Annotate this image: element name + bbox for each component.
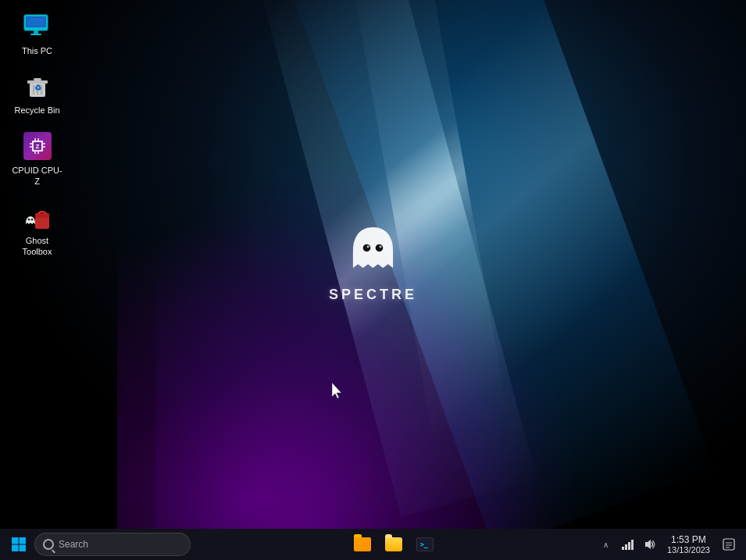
svg-rect-39 [628, 542, 630, 550]
volume-tray-icon [644, 539, 656, 550]
taskbar-terminal[interactable]: >_ [411, 530, 439, 558]
svg-point-29 [367, 245, 369, 248]
ghost-toolbox-icon [22, 201, 53, 232]
svg-rect-14 [30, 143, 32, 144]
network-icon[interactable] [619, 535, 637, 554]
mouse-cursor [332, 383, 341, 398]
clock-time: 1:53 PM [671, 534, 706, 545]
svg-rect-38 [625, 544, 627, 550]
desktop-icon-recycle-bin[interactable]: ♻ Recycle Bin [8, 67, 66, 119]
chevron-up-icon: ∧ [603, 540, 609, 549]
terminal-icon: >_ [416, 537, 434, 551]
svg-rect-23 [35, 216, 49, 229]
svg-rect-21 [37, 152, 39, 154]
file-explorer-icon [354, 537, 371, 551]
cpuz-icon: Z [22, 130, 53, 162]
windows-logo-icon [11, 537, 27, 552]
this-pc-icon [22, 11, 53, 42]
notification-center-button[interactable] [718, 533, 740, 555]
svg-marker-41 [645, 540, 651, 549]
svg-point-28 [376, 244, 384, 251]
this-pc-label: This PC [22, 45, 52, 56]
svg-rect-32 [20, 537, 27, 544]
desktop-icon-cpuz[interactable]: Z CPUID CPU-Z [8, 127, 66, 191]
taskbar-file-explorer[interactable] [348, 530, 377, 558]
svg-rect-18 [34, 138, 36, 141]
svg-text:>_: >_ [420, 541, 428, 548]
search-icon [43, 539, 54, 550]
folder-icon [385, 537, 402, 551]
volume-icon[interactable] [641, 535, 659, 554]
svg-rect-42 [723, 539, 734, 550]
cpuz-label: CPUID CPU-Z [11, 165, 63, 187]
taskbar: Search >_ ∧ [0, 529, 746, 560]
svg-rect-2 [34, 30, 38, 34]
svg-point-27 [363, 244, 371, 251]
tray-overflow-button[interactable]: ∧ [597, 535, 616, 554]
svg-point-25 [27, 219, 30, 221]
svg-rect-37 [622, 547, 624, 550]
svg-point-30 [380, 245, 382, 248]
clock-date: 13/13/2023 [667, 545, 710, 555]
svg-text:♻: ♻ [34, 84, 41, 92]
taskbar-folder[interactable] [380, 530, 408, 558]
svg-rect-17 [43, 146, 45, 148]
svg-rect-3 [30, 34, 41, 35]
svg-rect-7 [34, 78, 41, 80]
svg-rect-24 [35, 213, 49, 218]
taskbar-apps: >_ [194, 530, 594, 558]
svg-rect-33 [12, 545, 19, 552]
desktop: This PC ♻ Recyc [0, 0, 746, 529]
system-tray: ∧ 1:53 PM 13/13/2023 [597, 533, 740, 556]
spectre-logo: SPECTRE [329, 218, 417, 303]
recycle-bin-icon: ♻ [22, 70, 53, 102]
desktop-icon-ghost-toolbox[interactable]: Ghost Toolbox [8, 198, 66, 261]
svg-rect-20 [34, 152, 36, 154]
network-tray-icon [622, 539, 634, 550]
svg-point-26 [30, 219, 33, 221]
svg-rect-19 [37, 138, 39, 141]
recycle-bin-label: Recycle Bin [14, 105, 59, 116]
desktop-icons-container: This PC ♻ Recyc [8, 8, 66, 261]
svg-rect-4 [27, 18, 45, 26]
start-button[interactable] [6, 532, 31, 557]
svg-rect-31 [12, 537, 19, 544]
clock[interactable]: 1:53 PM 13/13/2023 [662, 533, 715, 556]
spectre-brand-text: SPECTRE [329, 287, 417, 303]
svg-rect-15 [30, 146, 32, 148]
svg-rect-16 [43, 143, 45, 144]
search-label: Search [59, 539, 88, 550]
svg-rect-34 [20, 545, 27, 552]
spectre-ghost-icon [342, 218, 405, 280]
desktop-icon-this-pc[interactable]: This PC [8, 8, 66, 59]
taskbar-search[interactable]: Search [34, 533, 191, 556]
svg-text:Z: Z [35, 143, 39, 150]
ghost-toolbox-label: Ghost Toolbox [11, 235, 63, 258]
notification-center-icon [723, 538, 735, 551]
svg-rect-40 [631, 540, 634, 550]
light-beam-decoration-2 [351, 0, 509, 433]
